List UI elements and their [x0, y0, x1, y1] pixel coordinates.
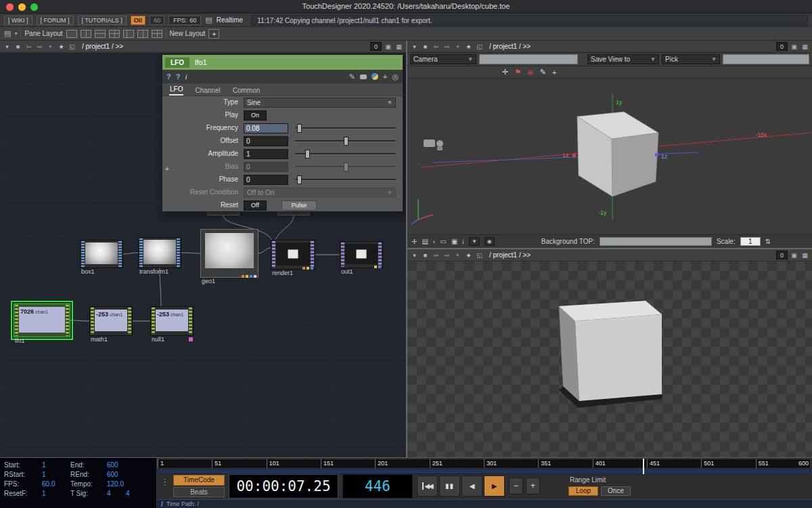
- performance-monitor-icon[interactable]: ▤: [205, 16, 212, 24]
- rend-value[interactable]: 600: [107, 471, 118, 478]
- node-input-connector[interactable]: [272, 241, 275, 268]
- reset-condition-dropdown[interactable]: ▼ Off to On: [244, 188, 396, 198]
- maximize-pane-icon[interactable]: ▣: [384, 43, 392, 50]
- pick-select[interactable]: ▼ Pick: [662, 54, 720, 64]
- node-null1[interactable]: -253chan1 null1: [150, 306, 194, 336]
- pick-path-field[interactable]: [723, 54, 809, 64]
- viewport-3d[interactable]: 1y -1y 1x -10x 1z: [407, 79, 811, 234]
- range-bar[interactable]: [157, 469, 811, 474]
- realtime-toggle[interactable]: Realtime: [217, 16, 243, 24]
- layout-preset-three-icon[interactable]: [137, 30, 148, 38]
- node-flags[interactable]: [374, 266, 381, 268]
- back-icon[interactable]: ⇦: [432, 43, 441, 50]
- gear-icon[interactable]: ◎: [392, 72, 399, 81]
- param-dialog-header[interactable]: LFO lfo1: [162, 55, 403, 70]
- pane-menu-icon[interactable]: ▾: [410, 252, 419, 259]
- frequency-slider[interactable]: [295, 127, 396, 129]
- forward-icon[interactable]: ⇨: [35, 43, 44, 50]
- bias-field[interactable]: 0: [244, 162, 288, 172]
- beats-button[interactable]: Beats: [173, 487, 225, 497]
- add-layout-button[interactable]: +: [208, 29, 219, 39]
- fps-value[interactable]: 60.0: [42, 480, 55, 488]
- pan-hand-icon[interactable]: ✛: [502, 68, 508, 77]
- layout-dropdown-icon[interactable]: ▾: [14, 30, 17, 37]
- snapshot-icon[interactable]: ◉: [484, 237, 495, 246]
- maximize-pane-icon[interactable]: ▣: [790, 252, 798, 259]
- tutorials-button[interactable]: [ TUTORIALS ]: [78, 16, 127, 25]
- back-icon[interactable]: ⇦: [432, 252, 441, 259]
- info-icon[interactable]: i: [462, 238, 464, 245]
- step-forward-button[interactable]: +: [526, 478, 540, 494]
- camera-path-field[interactable]: [479, 54, 578, 64]
- viewer-path[interactable]: / project1 / >>: [489, 251, 531, 259]
- offset-slider[interactable]: [295, 140, 396, 142]
- wiki-button[interactable]: [ WIKI ]: [4, 16, 32, 25]
- add-icon[interactable]: +: [453, 252, 462, 259]
- select-flag-icon[interactable]: ⚑: [514, 68, 521, 77]
- split-pane-icon[interactable]: ▦: [800, 252, 809, 259]
- tsig-value1[interactable]: 4: [107, 490, 111, 497]
- bias-slider[interactable]: [295, 166, 396, 168]
- op-indicator-badge[interactable]: OI!: [131, 16, 146, 25]
- fps-box[interactable]: FPS: 60: [168, 16, 201, 25]
- tempo-value[interactable]: 120.0: [107, 480, 124, 488]
- back-icon[interactable]: ⇦: [24, 43, 33, 50]
- viewport-path[interactable]: / project1 / >>: [489, 43, 531, 50]
- step-back-button[interactable]: −: [509, 478, 523, 494]
- pane-menu-icon[interactable]: ▾: [3, 43, 12, 50]
- once-button[interactable]: Once: [601, 486, 631, 496]
- pane-type-icon[interactable]: ■: [421, 252, 430, 259]
- tab-lfo[interactable]: LFO: [169, 84, 183, 96]
- comment-icon[interactable]: [360, 75, 367, 79]
- move-icon[interactable]: ✛: [411, 238, 417, 245]
- loop-button[interactable]: Loop: [568, 486, 598, 496]
- save-view-select[interactable]: ▼ Save View to: [587, 54, 659, 64]
- node-output-connector[interactable]: [189, 308, 192, 335]
- top-render-viewer[interactable]: [407, 261, 812, 459]
- split-pane-icon[interactable]: ▦: [800, 43, 809, 50]
- folder-icon[interactable]: ▤: [422, 238, 428, 245]
- node-flags[interactable]: [242, 275, 256, 278]
- python-help-icon[interactable]: ?: [176, 72, 181, 81]
- frame-display[interactable]: 446: [342, 474, 413, 499]
- layout-preset-quad-icon[interactable]: [109, 30, 120, 38]
- node-geo1[interactable]: geo1: [200, 229, 258, 278]
- node-input-connector[interactable]: [81, 241, 85, 267]
- timecode-button[interactable]: TimeCode: [173, 475, 225, 486]
- node-input-connector[interactable]: [15, 305, 18, 336]
- forward-icon[interactable]: ⇨: [443, 43, 451, 50]
- node-output-connector[interactable]: [128, 308, 131, 335]
- start-value[interactable]: 1: [42, 461, 46, 469]
- pulse-button[interactable]: Pulse: [281, 200, 317, 211]
- frame-ruler[interactable]: 1 51 101 151 201 251 301 351 401 451 501…: [157, 459, 811, 469]
- node-output-connector[interactable]: [378, 242, 382, 267]
- add-icon[interactable]: +: [46, 43, 55, 50]
- forum-button[interactable]: [ FORUM ]: [37, 16, 74, 25]
- node-input-connector[interactable]: [91, 308, 94, 335]
- bookmark-icon[interactable]: ★: [464, 252, 473, 259]
- display-icon[interactable]: ▭: [440, 238, 446, 245]
- add-parameter-icon[interactable]: +: [383, 72, 387, 81]
- camera-tool-icon[interactable]: ◉: [527, 68, 534, 77]
- pencil-tool-icon[interactable]: ✎: [540, 68, 546, 77]
- tab-common[interactable]: Common: [232, 85, 261, 96]
- add-icon[interactable]: +: [453, 43, 462, 50]
- pause-button[interactable]: ▮▮: [439, 475, 460, 496]
- transport-grip-icon[interactable]: ⋮: [160, 477, 169, 487]
- scale-stepper-icon[interactable]: ⇅: [765, 238, 771, 245]
- phase-field[interactable]: 0: [244, 175, 288, 185]
- python-mode-icon[interactable]: [371, 73, 378, 80]
- node-output-connector[interactable]: [118, 241, 122, 267]
- play-toggle[interactable]: On: [244, 110, 267, 121]
- phase-slider[interactable]: [295, 179, 396, 181]
- type-dropdown[interactable]: ▼ Sine: [244, 98, 396, 108]
- pane-type-icon[interactable]: ■: [421, 43, 430, 50]
- timeline-strip[interactable]: 1 51 101 151 201 251 301 351 401 451 501…: [157, 459, 811, 474]
- tsig-value2[interactable]: 4: [126, 490, 130, 497]
- layout-preset-hsplit-icon[interactable]: [95, 30, 106, 38]
- node-math1[interactable]: -253chan1 math1: [89, 306, 133, 336]
- save-layout-icon[interactable]: ▤: [4, 29, 11, 38]
- node-lfo1[interactable]: 7026chan1 lfo1: [14, 303, 70, 337]
- node-render1[interactable]: render1: [271, 240, 315, 270]
- resetf-value[interactable]: 1: [42, 490, 46, 497]
